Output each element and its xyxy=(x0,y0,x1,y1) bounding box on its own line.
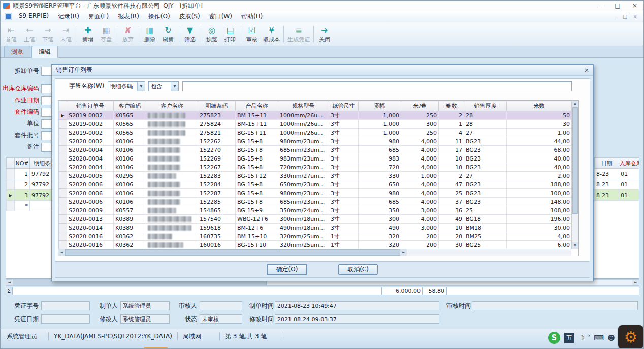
grid-vertical-scrollbar[interactable]: ▲ ▼ xyxy=(571,101,578,249)
toolbar-save-button[interactable]: ▦存盘 xyxy=(97,23,115,45)
doc-grid-row[interactable]: 8-2301 xyxy=(595,190,640,201)
punctuation-icon[interactable]: ’ xyxy=(588,333,590,343)
toolbar-first-record-button[interactable]: ⇤首笔 xyxy=(2,23,20,45)
column-header-8[interactable]: 米/卷 xyxy=(401,101,439,111)
search-input[interactable] xyxy=(182,81,572,91)
column-header-9[interactable]: 卷数 xyxy=(439,101,464,111)
field-value[interactable]: 系统管理员 xyxy=(120,314,170,324)
menu-item-4[interactable]: 操作(O) xyxy=(144,11,175,22)
sales-order-row[interactable]: S2020-0004K0106152270BG-15+8685mm/23um..… xyxy=(59,146,572,154)
sales-order-row[interactable]: S2020-0005K0295152283BG-15+12330mm/27um.… xyxy=(59,172,572,180)
field-value[interactable]: 2021-08-23 10:49:47 xyxy=(275,301,439,310)
sales-order-row[interactable]: S2020-0006K0106152284BG-15+8650mm/23um..… xyxy=(59,180,572,189)
toolbar-refresh-button[interactable]: ↻刷新 xyxy=(159,23,177,45)
column-header-7[interactable]: 宽幅 xyxy=(359,101,401,111)
sales-order-row[interactable]: S2020-0002K0106152262BG-15+8980mm/23um..… xyxy=(59,137,572,146)
menu-item-1[interactable]: 记录(R) xyxy=(53,11,84,22)
scroll-down-icon[interactable]: ▼ xyxy=(572,242,578,249)
menu-item-7[interactable]: 帮助(H) xyxy=(237,11,267,22)
ok-button[interactable]: 确定(O) xyxy=(267,264,307,275)
field-value[interactable] xyxy=(41,301,90,310)
child-close-button[interactable]: × xyxy=(631,13,639,21)
menu-item-0[interactable]: S9 ERP(E) xyxy=(14,11,53,22)
sogou-logo-icon[interactable]: S xyxy=(548,332,560,344)
chevron-down-icon[interactable]: ▼ xyxy=(137,82,145,91)
child-minimize-button[interactable]: – xyxy=(610,13,619,21)
scroll-right-icon[interactable]: ► xyxy=(632,280,639,285)
menu-item-6[interactable]: 窗口(W) xyxy=(205,11,237,22)
keyboard-icon[interactable]: ⌨ xyxy=(594,333,604,343)
column-header-11[interactable]: 米数 xyxy=(507,101,572,111)
user-icon[interactable]: ☻ xyxy=(607,333,615,343)
doc-grid-row[interactable]: 197792 xyxy=(7,169,53,179)
grid-horizontal-scrollbar[interactable]: ◄ ► xyxy=(58,249,571,256)
toolbar-get-cost-button[interactable]: ¥取成本 xyxy=(261,23,282,45)
sales-order-row[interactable]: S2020-0013K0389157540WBG-12+6300mm/18um.… xyxy=(59,215,572,224)
field-value[interactable] xyxy=(41,314,90,324)
toolbar-last-record-button[interactable]: ⇥末笔 xyxy=(57,23,75,45)
doc-grid-row[interactable]: ▶397792 xyxy=(7,190,53,201)
toolbar-audit-button[interactable]: ☑审核 xyxy=(243,23,261,45)
sales-order-row[interactable]: ▶S2019-0002K0565275823BM-15+111000mm/26u… xyxy=(59,111,572,120)
cancel-button[interactable]: 取消(C) xyxy=(338,264,378,275)
column-header-1[interactable]: 客户编码 xyxy=(114,101,146,111)
sales-order-row[interactable]: S2019-0002K0565275821BG-15+111000mm/26u.… xyxy=(59,129,572,137)
sales-order-row[interactable]: S2020-0006K0106152287BG-15+8980mm/23um..… xyxy=(59,189,572,198)
field-value[interactable] xyxy=(200,301,242,310)
scroll-left-icon[interactable]: ◄ xyxy=(58,249,65,256)
sales-order-row[interactable]: S2020-0004K0106152267BG-15+8720mm/23um..… xyxy=(59,163,572,172)
chevron-down-icon[interactable]: ▼ xyxy=(171,82,178,91)
toolbar-new-button[interactable]: ✚新增 xyxy=(79,23,97,45)
dialog-title-bar[interactable]: 销售订单列表 × xyxy=(52,65,593,76)
column-header-2[interactable]: 客户名称 xyxy=(146,101,198,111)
column-header-10[interactable]: 销售厚度 xyxy=(464,101,507,111)
operator-select[interactable]: 包含 ▼ xyxy=(148,81,179,91)
doc-grid-row[interactable]: 8-2301 xyxy=(595,179,640,190)
assistant-gear-widget[interactable]: ⚙ xyxy=(618,325,643,349)
doc-grid-row[interactable]: 297792 xyxy=(7,179,53,190)
sales-order-row[interactable]: S2020-0016K0362160016BG-15+10320mm/25um.… xyxy=(59,241,572,249)
toolbar-close-doc-button[interactable]: ➔关闭 xyxy=(315,23,334,45)
menu-item-2[interactable]: 界面(F) xyxy=(84,11,113,22)
scroll-thumb[interactable] xyxy=(65,249,400,256)
toolbar-preview-button[interactable]: ◎预览 xyxy=(203,23,221,45)
maximize-button[interactable]: □ xyxy=(609,1,626,11)
toolbar-next-record-button[interactable]: →下笔 xyxy=(39,23,57,45)
sales-order-row[interactable]: S2020-0016K0362160735BM-15+10320mm/25um.… xyxy=(59,232,572,241)
toolbar-delete-button[interactable]: ▥删除 xyxy=(141,23,159,45)
close-button[interactable]: × xyxy=(626,1,643,11)
tab-edit[interactable]: 编辑 xyxy=(31,46,58,58)
scroll-left-icon[interactable]: ◄ xyxy=(6,280,13,285)
doc-grid-row[interactable]: * xyxy=(7,201,53,211)
scroll-up-icon[interactable]: ▲ xyxy=(572,101,578,107)
sales-order-row[interactable]: S2020-0014K0389159618BM-12+6490mm/18um..… xyxy=(59,224,572,232)
doc-grid-row[interactable]: 8-2301 xyxy=(595,169,640,179)
moon-icon[interactable]: ☽ xyxy=(578,333,585,343)
sales-order-row[interactable]: S2020-0009K0557154865BG-15+9350mm/24um..… xyxy=(59,206,572,215)
child-restore-button[interactable]: □ xyxy=(621,13,629,21)
field-value[interactable] xyxy=(472,301,638,310)
toolbar-discard-button[interactable]: ✘放弃 xyxy=(119,23,137,45)
toolbar-prev-record-button[interactable]: ←上笔 xyxy=(20,23,39,45)
field-value[interactable]: 2021-08-24 09:03:37 xyxy=(275,314,439,324)
toolbar-print-button[interactable]: ▤打印 xyxy=(221,23,239,45)
minimize-button[interactable]: — xyxy=(592,1,609,11)
field-select[interactable]: 明细条码 ▼ xyxy=(108,81,145,91)
toolbar-generate-voucher-button[interactable]: ≡生成凭证 xyxy=(285,23,312,45)
scroll-right-icon[interactable]: ► xyxy=(400,249,407,256)
sales-order-row[interactable]: S2020-0004K0106152269BG-15+8983mm/23um..… xyxy=(59,154,572,163)
scroll-thumb[interactable] xyxy=(572,107,578,214)
column-header-5[interactable]: 规格型号 xyxy=(278,101,329,111)
column-header-6[interactable]: 纸管尺寸 xyxy=(329,101,359,111)
menu-item-5[interactable]: 皮肤(S) xyxy=(175,11,205,22)
tab-browse[interactable]: 浏览 xyxy=(4,46,30,57)
menu-item-3[interactable]: 报表(R) xyxy=(113,11,144,22)
sales-order-row[interactable]: S2020-0006K0106152285BG-15+8685mm/23um..… xyxy=(59,198,572,206)
column-header-3[interactable]: 明细条码 xyxy=(198,101,236,111)
column-header-0[interactable]: 销售订单号 xyxy=(67,101,114,111)
dialog-close-icon[interactable]: × xyxy=(584,67,589,74)
sales-order-row[interactable]: S2019-0002K0565275824BM-15+111000mm/26u.… xyxy=(59,120,572,129)
column-header-4[interactable]: 产品名称 xyxy=(236,101,278,111)
toolbar-filter-button[interactable]: ▼筛选 xyxy=(181,23,199,45)
wubi-input-icon[interactable]: 五 xyxy=(564,333,574,343)
